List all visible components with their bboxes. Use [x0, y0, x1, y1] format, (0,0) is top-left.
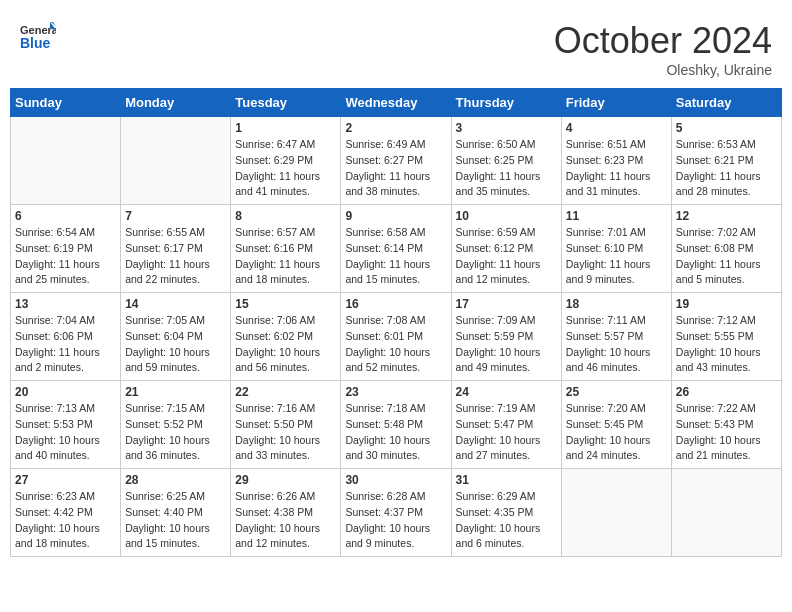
day-number: 9	[345, 209, 446, 223]
calendar-day-cell: 8Sunrise: 6:57 AM Sunset: 6:16 PM Daylig…	[231, 205, 341, 293]
day-info: Sunrise: 7:16 AM Sunset: 5:50 PM Dayligh…	[235, 401, 336, 464]
calendar-day-cell: 9Sunrise: 6:58 AM Sunset: 6:14 PM Daylig…	[341, 205, 451, 293]
calendar-day-cell: 1Sunrise: 6:47 AM Sunset: 6:29 PM Daylig…	[231, 117, 341, 205]
day-info: Sunrise: 7:13 AM Sunset: 5:53 PM Dayligh…	[15, 401, 116, 464]
calendar-day-cell: 19Sunrise: 7:12 AM Sunset: 5:55 PM Dayli…	[671, 293, 781, 381]
calendar-day-cell: 3Sunrise: 6:50 AM Sunset: 6:25 PM Daylig…	[451, 117, 561, 205]
day-number: 17	[456, 297, 557, 311]
weekday-header: Monday	[121, 89, 231, 117]
calendar-day-cell: 6Sunrise: 6:54 AM Sunset: 6:19 PM Daylig…	[11, 205, 121, 293]
calendar-week-row: 20Sunrise: 7:13 AM Sunset: 5:53 PM Dayli…	[11, 381, 782, 469]
day-number: 26	[676, 385, 777, 399]
calendar-day-cell: 15Sunrise: 7:06 AM Sunset: 6:02 PM Dayli…	[231, 293, 341, 381]
calendar-day-cell: 22Sunrise: 7:16 AM Sunset: 5:50 PM Dayli…	[231, 381, 341, 469]
day-info: Sunrise: 7:06 AM Sunset: 6:02 PM Dayligh…	[235, 313, 336, 376]
day-info: Sunrise: 7:09 AM Sunset: 5:59 PM Dayligh…	[456, 313, 557, 376]
day-number: 13	[15, 297, 116, 311]
calendar-day-cell: 30Sunrise: 6:28 AM Sunset: 4:37 PM Dayli…	[341, 469, 451, 557]
day-number: 15	[235, 297, 336, 311]
calendar-week-row: 6Sunrise: 6:54 AM Sunset: 6:19 PM Daylig…	[11, 205, 782, 293]
calendar-day-cell: 13Sunrise: 7:04 AM Sunset: 6:06 PM Dayli…	[11, 293, 121, 381]
day-number: 1	[235, 121, 336, 135]
day-info: Sunrise: 6:26 AM Sunset: 4:38 PM Dayligh…	[235, 489, 336, 552]
day-info: Sunrise: 6:47 AM Sunset: 6:29 PM Dayligh…	[235, 137, 336, 200]
day-number: 30	[345, 473, 446, 487]
calendar-day-cell: 11Sunrise: 7:01 AM Sunset: 6:10 PM Dayli…	[561, 205, 671, 293]
day-number: 16	[345, 297, 446, 311]
calendar-day-cell: 14Sunrise: 7:05 AM Sunset: 6:04 PM Dayli…	[121, 293, 231, 381]
day-info: Sunrise: 6:49 AM Sunset: 6:27 PM Dayligh…	[345, 137, 446, 200]
calendar-week-row: 13Sunrise: 7:04 AM Sunset: 6:06 PM Dayli…	[11, 293, 782, 381]
day-number: 28	[125, 473, 226, 487]
day-number: 12	[676, 209, 777, 223]
calendar-day-cell: 18Sunrise: 7:11 AM Sunset: 5:57 PM Dayli…	[561, 293, 671, 381]
logo: General Blue	[20, 20, 56, 60]
day-number: 29	[235, 473, 336, 487]
calendar-day-cell: 16Sunrise: 7:08 AM Sunset: 6:01 PM Dayli…	[341, 293, 451, 381]
weekday-header: Sunday	[11, 89, 121, 117]
calendar-day-cell: 27Sunrise: 6:23 AM Sunset: 4:42 PM Dayli…	[11, 469, 121, 557]
day-number: 22	[235, 385, 336, 399]
day-number: 5	[676, 121, 777, 135]
day-info: Sunrise: 7:08 AM Sunset: 6:01 PM Dayligh…	[345, 313, 446, 376]
day-info: Sunrise: 6:55 AM Sunset: 6:17 PM Dayligh…	[125, 225, 226, 288]
calendar-day-cell: 12Sunrise: 7:02 AM Sunset: 6:08 PM Dayli…	[671, 205, 781, 293]
calendar-day-cell: 31Sunrise: 6:29 AM Sunset: 4:35 PM Dayli…	[451, 469, 561, 557]
calendar-day-cell: 7Sunrise: 6:55 AM Sunset: 6:17 PM Daylig…	[121, 205, 231, 293]
day-info: Sunrise: 6:57 AM Sunset: 6:16 PM Dayligh…	[235, 225, 336, 288]
calendar-header-row: SundayMondayTuesdayWednesdayThursdayFrid…	[11, 89, 782, 117]
day-number: 18	[566, 297, 667, 311]
day-info: Sunrise: 6:51 AM Sunset: 6:23 PM Dayligh…	[566, 137, 667, 200]
month-title: October 2024	[554, 20, 772, 62]
calendar-day-cell: 2Sunrise: 6:49 AM Sunset: 6:27 PM Daylig…	[341, 117, 451, 205]
calendar-week-row: 1Sunrise: 6:47 AM Sunset: 6:29 PM Daylig…	[11, 117, 782, 205]
day-info: Sunrise: 7:20 AM Sunset: 5:45 PM Dayligh…	[566, 401, 667, 464]
day-number: 10	[456, 209, 557, 223]
calendar-day-cell: 10Sunrise: 6:59 AM Sunset: 6:12 PM Dayli…	[451, 205, 561, 293]
calendar-day-cell: 4Sunrise: 6:51 AM Sunset: 6:23 PM Daylig…	[561, 117, 671, 205]
day-number: 2	[345, 121, 446, 135]
day-info: Sunrise: 6:58 AM Sunset: 6:14 PM Dayligh…	[345, 225, 446, 288]
day-number: 14	[125, 297, 226, 311]
calendar-day-cell	[561, 469, 671, 557]
calendar-day-cell: 24Sunrise: 7:19 AM Sunset: 5:47 PM Dayli…	[451, 381, 561, 469]
svg-text:Blue: Blue	[20, 35, 51, 51]
calendar-day-cell	[671, 469, 781, 557]
weekday-header: Friday	[561, 89, 671, 117]
day-number: 6	[15, 209, 116, 223]
day-number: 31	[456, 473, 557, 487]
calendar-week-row: 27Sunrise: 6:23 AM Sunset: 4:42 PM Dayli…	[11, 469, 782, 557]
weekday-header: Thursday	[451, 89, 561, 117]
day-info: Sunrise: 6:50 AM Sunset: 6:25 PM Dayligh…	[456, 137, 557, 200]
location: Oleshky, Ukraine	[554, 62, 772, 78]
logo-icon: General Blue	[20, 20, 56, 56]
day-number: 11	[566, 209, 667, 223]
calendar-day-cell: 29Sunrise: 6:26 AM Sunset: 4:38 PM Dayli…	[231, 469, 341, 557]
day-info: Sunrise: 7:18 AM Sunset: 5:48 PM Dayligh…	[345, 401, 446, 464]
day-number: 19	[676, 297, 777, 311]
calendar-day-cell: 21Sunrise: 7:15 AM Sunset: 5:52 PM Dayli…	[121, 381, 231, 469]
day-number: 24	[456, 385, 557, 399]
day-info: Sunrise: 6:25 AM Sunset: 4:40 PM Dayligh…	[125, 489, 226, 552]
day-number: 27	[15, 473, 116, 487]
day-info: Sunrise: 6:28 AM Sunset: 4:37 PM Dayligh…	[345, 489, 446, 552]
day-info: Sunrise: 7:19 AM Sunset: 5:47 PM Dayligh…	[456, 401, 557, 464]
day-info: Sunrise: 7:02 AM Sunset: 6:08 PM Dayligh…	[676, 225, 777, 288]
calendar-day-cell	[121, 117, 231, 205]
day-info: Sunrise: 7:05 AM Sunset: 6:04 PM Dayligh…	[125, 313, 226, 376]
calendar-day-cell: 20Sunrise: 7:13 AM Sunset: 5:53 PM Dayli…	[11, 381, 121, 469]
weekday-header: Tuesday	[231, 89, 341, 117]
day-info: Sunrise: 7:22 AM Sunset: 5:43 PM Dayligh…	[676, 401, 777, 464]
day-info: Sunrise: 6:29 AM Sunset: 4:35 PM Dayligh…	[456, 489, 557, 552]
calendar-table: SundayMondayTuesdayWednesdayThursdayFrid…	[10, 88, 782, 557]
day-info: Sunrise: 7:04 AM Sunset: 6:06 PM Dayligh…	[15, 313, 116, 376]
day-info: Sunrise: 7:12 AM Sunset: 5:55 PM Dayligh…	[676, 313, 777, 376]
day-number: 3	[456, 121, 557, 135]
page-header: General Blue October 2024 Oleshky, Ukrai…	[10, 10, 782, 83]
day-info: Sunrise: 6:23 AM Sunset: 4:42 PM Dayligh…	[15, 489, 116, 552]
calendar-day-cell: 28Sunrise: 6:25 AM Sunset: 4:40 PM Dayli…	[121, 469, 231, 557]
day-info: Sunrise: 6:53 AM Sunset: 6:21 PM Dayligh…	[676, 137, 777, 200]
calendar-day-cell: 17Sunrise: 7:09 AM Sunset: 5:59 PM Dayli…	[451, 293, 561, 381]
calendar-day-cell: 23Sunrise: 7:18 AM Sunset: 5:48 PM Dayli…	[341, 381, 451, 469]
day-info: Sunrise: 7:11 AM Sunset: 5:57 PM Dayligh…	[566, 313, 667, 376]
